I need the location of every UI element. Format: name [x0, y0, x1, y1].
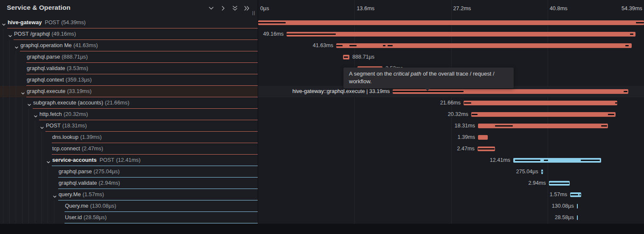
critical-path-segment[interactable]	[579, 194, 581, 195]
span-duration: (888.71µs)	[62, 54, 87, 60]
double-chevron-right-icon[interactable]	[244, 5, 250, 11]
span-bar[interactable]	[464, 101, 617, 105]
chevron-down-icon[interactable]	[27, 101, 31, 105]
critical-path-segment[interactable]	[383, 45, 385, 46]
span-row[interactable]: graphql.operation Me(41.63ms)	[0, 40, 258, 51]
critical-path-segment[interactable]	[625, 45, 629, 46]
span-row[interactable]: graphql.context(359.13µs)	[0, 74, 258, 86]
indent-guide	[9, 74, 10, 86]
span-bar[interactable]	[471, 112, 616, 117]
span-bar[interactable]	[258, 20, 644, 25]
chevron-down-icon[interactable]	[53, 193, 57, 197]
indent-guide	[16, 63, 16, 74]
operation-name: graphql.execute	[27, 88, 65, 94]
critical-path-segment[interactable]	[349, 45, 357, 46]
indent-guide	[3, 86, 3, 97]
indent-guide	[9, 200, 10, 212]
critical-path-segment[interactable]	[388, 45, 393, 46]
span-row[interactable]: graphql.validate(3.53ms)	[0, 63, 258, 74]
critical-path-segment[interactable]	[495, 125, 513, 127]
indent-guide	[28, 200, 29, 212]
span-duration: (54.39ms)	[61, 19, 86, 25]
span-name-label: hive-gatewayPOST(54.39ms)	[8, 17, 86, 28]
critical-path-segment[interactable]	[630, 34, 633, 35]
chevron-down-icon[interactable]	[40, 124, 44, 128]
chevron-down-icon[interactable]	[34, 113, 38, 117]
span-bar[interactable]	[336, 43, 632, 48]
critical-path-segment[interactable]	[393, 91, 464, 92]
chevron-down-icon[interactable]	[8, 32, 12, 37]
critical-path-segment[interactable]	[258, 22, 286, 23]
critical-path-segment[interactable]	[581, 160, 600, 161]
critical-path-segment[interactable]	[549, 183, 569, 184]
indent-guide	[16, 189, 16, 200]
span-row[interactable]: subgraph.execute (accounts)(21.66ms)	[0, 97, 258, 109]
indent-guide	[22, 97, 22, 109]
span-row[interactable]: graphql.parse(888.71µs)	[0, 51, 258, 63]
critical-path-segment[interactable]	[478, 148, 495, 149]
chevron-down-icon[interactable]	[208, 5, 214, 11]
critical-path-segment[interactable]	[336, 45, 343, 46]
timeline-panel: 0µs13.6ms27.2ms40.8ms54.39ms 49.16ms41.6…	[258, 0, 644, 224]
indent-guide	[16, 51, 16, 63]
span-row[interactable]: graphql.validate(2.94ms)	[0, 178, 258, 189]
indent-guide	[9, 63, 10, 74]
span-duration: (33.19ms)	[67, 88, 92, 94]
span-row[interactable]: query.Me(1.57ms)	[0, 189, 258, 200]
indent-guide	[3, 51, 3, 63]
span-row[interactable]: User.id(28.58µs)	[0, 212, 258, 223]
indent-guide	[9, 120, 10, 132]
critical-path-segment[interactable]	[608, 114, 614, 115]
critical-path-segment[interactable]	[571, 194, 578, 195]
chevron-right-icon[interactable]	[220, 5, 226, 11]
span-row[interactable]: hive-gatewayPOST(54.39ms)	[0, 17, 258, 28]
critical-path-segment[interactable]	[636, 22, 644, 23]
panel-resize-grip[interactable]: ||	[252, 10, 256, 15]
indent-guide	[9, 51, 10, 63]
indent-guide	[41, 155, 42, 166]
span-row[interactable]: tcp.connect(2.47ms)	[0, 143, 258, 155]
span-bar[interactable]	[577, 215, 578, 220]
span-duration: (41.63ms)	[73, 42, 98, 48]
span-duration-label: 21.66ms	[440, 97, 461, 109]
critical-path-segment[interactable]	[615, 102, 617, 104]
critical-path-segment[interactable]	[515, 160, 540, 161]
double-chevron-down-icon[interactable]	[232, 5, 238, 11]
span-row[interactable]: graphql.execute(33.19ms)	[0, 86, 258, 97]
timeline-row: 12.41ms	[258, 155, 644, 166]
span-row[interactable]: http.fetch(20.32ms)	[0, 109, 258, 120]
indent-guide	[9, 212, 10, 223]
chevron-down-icon[interactable]	[21, 90, 25, 94]
span-name-label: http.fetch(20.32ms)	[39, 109, 88, 120]
indent-guide	[22, 120, 22, 132]
span-bar[interactable]	[478, 135, 488, 140]
chevron-down-icon[interactable]	[2, 21, 6, 25]
span-duration-label: 1.57ms	[550, 189, 567, 200]
critical-path-segment[interactable]	[287, 34, 336, 35]
critical-path-segment[interactable]	[544, 160, 548, 161]
indent-guide	[3, 97, 3, 109]
span-row[interactable]: POST(18.31ms)	[0, 120, 258, 132]
critical-path-segment[interactable]	[624, 91, 627, 92]
span-row[interactable]: graphql.parse(275.04µs)	[0, 166, 258, 178]
critical-path-segment[interactable]	[464, 102, 471, 104]
indent-guide	[3, 200, 3, 212]
span-bar[interactable]	[577, 204, 578, 209]
indent-guide	[16, 143, 16, 155]
span-duration-label: 12.41ms	[490, 155, 510, 166]
span-row[interactable]: Query.me(130.08µs)	[0, 200, 258, 212]
indent-guide	[3, 28, 3, 40]
span-bar[interactable]	[287, 32, 636, 37]
operation-name: graphql.validate	[59, 180, 97, 186]
indent-guide	[22, 143, 22, 155]
indent-guide	[9, 166, 10, 178]
span-row[interactable]: service-accountsPOST(12.41ms)	[0, 155, 258, 166]
chevron-down-icon[interactable]	[14, 44, 19, 48]
critical-path-segment[interactable]	[344, 56, 348, 58]
span-row[interactable]: POST /graphql(49.16ms)	[0, 28, 258, 40]
critical-path-segment[interactable]	[601, 125, 607, 127]
critical-path-segment[interactable]	[472, 114, 478, 115]
span-row[interactable]: dns.lookup(1.39ms)	[0, 132, 258, 143]
span-duration-label: 28.58µs	[555, 212, 574, 223]
chevron-down-icon[interactable]	[46, 158, 51, 163]
